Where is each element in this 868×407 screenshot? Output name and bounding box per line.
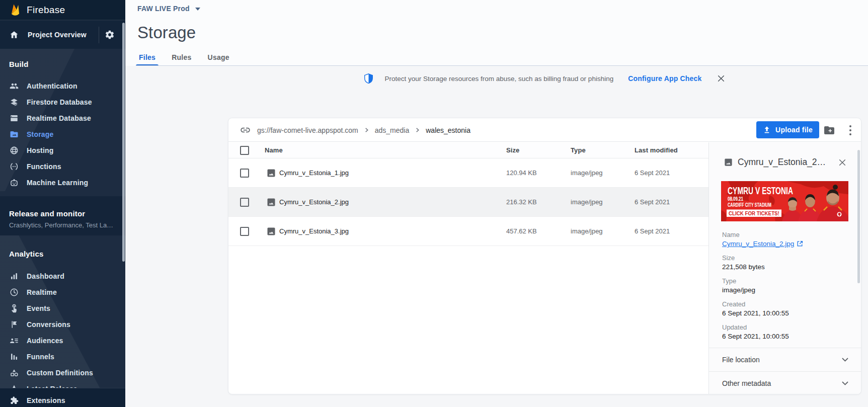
sidebar-item-storage[interactable]: Storage [0, 126, 122, 142]
details-scrollbar[interactable] [857, 150, 860, 283]
link-icon [240, 125, 251, 135]
file-type: image/jpeg [571, 158, 603, 188]
sidebar-item-extensions[interactable]: Extensions [0, 388, 125, 407]
home-icon [10, 30, 19, 39]
funnel-bars-icon [10, 352, 19, 361]
breadcrumb-folder[interactable]: ads_media [375, 126, 410, 134]
puzzle-icon [10, 396, 19, 405]
page-header: FAW LIVE Prod Storage Files Rules Usage [125, 0, 868, 66]
file-type: image/jpeg [571, 188, 603, 217]
expander-file-location[interactable]: File location [709, 348, 861, 371]
sidebar-item-realtime[interactable]: Realtime [0, 284, 122, 300]
people-icon [10, 82, 19, 91]
svg-text:CARDIFF CITY STADIUM: CARDIFF CITY STADIUM [728, 202, 771, 208]
breadcrumb: gs://faw-comet-live.appspot.com ads_medi… [257, 118, 470, 142]
file-size: 457.62 KB [506, 217, 537, 246]
section-title-build: Build [9, 59, 29, 69]
file-name-link[interactable]: Cymru_v_Estonia_2.jpg [722, 240, 794, 248]
caret-down-icon [195, 8, 200, 11]
flag-icon [10, 320, 19, 329]
configure-app-check-link[interactable]: Configure App Check [628, 74, 701, 83]
table-row[interactable]: Cymru_v_Estonia_1.jpg 120.94 KB image/jp… [228, 158, 708, 188]
sidebar-item-functions[interactable]: Functions [0, 158, 122, 175]
field-size: Size 221,508 bytes [722, 254, 853, 271]
sidebar-item-label: Functions [27, 162, 61, 171]
file-name: Cymru_v_Estonia_1.jpg [279, 158, 349, 188]
image-icon [266, 226, 276, 236]
sidebar-item-label: Machine Learning [27, 179, 88, 187]
row-checkbox[interactable] [240, 169, 249, 178]
bar-chart-icon [10, 272, 19, 281]
file-list: Name Size Type Last modified Cymru_v_Est… [228, 142, 709, 394]
upload-file-button[interactable]: Upload file [756, 121, 819, 138]
firestore-icon [10, 98, 19, 107]
sidebar-item-funnels[interactable]: Funnels [0, 349, 122, 365]
sidebar-item-label: Storage [27, 130, 54, 138]
column-header-name[interactable]: Name [265, 142, 283, 158]
tab-usage[interactable]: Usage [205, 48, 232, 66]
tab-files[interactable]: Files [136, 48, 159, 66]
project-selector[interactable]: FAW LIVE Prod [137, 5, 200, 13]
file-name: Cymru_v_Estonia_3.jpg [279, 217, 349, 246]
sidebar-item-events[interactable]: Events [0, 300, 122, 316]
row-checkbox[interactable] [240, 227, 249, 236]
project-overview-row[interactable]: Project Overview [0, 21, 125, 49]
column-header-size[interactable]: Size [506, 142, 519, 158]
sidebar-item-authentication[interactable]: Authentication [0, 78, 122, 94]
sidebar-item-dashboard[interactable]: Dashboard [0, 268, 122, 284]
field-name: Name Cymru_v_Estonia_2.jpg [722, 231, 853, 248]
column-header-modified[interactable]: Last modified [635, 142, 678, 158]
select-all-checkbox[interactable] [240, 146, 249, 155]
sidebar-item-machine-learning[interactable]: Machine Learning [0, 175, 122, 191]
sidebar-item-firestore-database[interactable]: Firestore Database [0, 94, 122, 110]
breadcrumb-bucket[interactable]: gs://faw-comet-live.appspot.com [257, 126, 358, 134]
sidebar-item-label: Audiences [27, 337, 63, 345]
sidebar-scrollbar[interactable] [122, 23, 125, 262]
file-modified: 6 Sept 2021 [635, 217, 670, 246]
file-preview-image[interactable]: CYMRU V ESTONIA 08.09.21 CARDIFF CITY ST… [721, 181, 848, 221]
app-check-banner: Protect your Storage resources from abus… [228, 70, 861, 87]
svg-text:08.09.21: 08.09.21 [728, 196, 743, 201]
section-release-and-monitor[interactable]: Release and monitor Crashlytics, Perform… [0, 196, 125, 235]
firebase-brand[interactable]: Firebase [0, 0, 125, 20]
shapes-icon [10, 368, 19, 377]
sidebar-item-conversions[interactable]: Conversions [0, 316, 122, 333]
expander-other-metadata[interactable]: Other metadata [709, 371, 861, 395]
chevron-down-icon [842, 358, 848, 362]
row-checkbox[interactable] [240, 198, 249, 207]
field-type: Type image/jpeg [722, 277, 853, 294]
table-row[interactable]: Cymru_v_Estonia_3.jpg 457.62 KB image/jp… [228, 217, 708, 246]
robot-icon [10, 178, 19, 187]
file-size: 216.32 KB [506, 188, 537, 217]
column-header-type[interactable]: Type [571, 142, 586, 158]
shield-icon [364, 73, 373, 84]
main-area: FAW LIVE Prod Storage Files Rules Usage … [125, 0, 868, 407]
table-row-selected[interactable]: Cymru_v_Estonia_2.jpg 216.32 KB image/jp… [228, 188, 708, 217]
file-type: image/jpeg [571, 217, 603, 246]
table-header-row: Name Size Type Last modified [228, 142, 708, 158]
sidebar-item-hosting[interactable]: Hosting [0, 142, 122, 158]
create-folder-icon[interactable] [823, 124, 835, 136]
gear-icon[interactable] [105, 30, 115, 40]
dots-vertical-icon[interactable] [846, 124, 854, 137]
brand-label: Firebase [27, 5, 65, 16]
sidebar-item-realtime-database[interactable]: Realtime Database [0, 110, 122, 126]
close-icon[interactable] [717, 74, 725, 83]
field-updated: Updated 6 Sept 2021, 10:00:55 [722, 323, 853, 340]
sidebar-item-audiences[interactable]: Audiences [0, 333, 122, 349]
section-subtitle-release: Crashlytics, Performance, Test La… [9, 221, 113, 229]
project-name: FAW LIVE Prod [137, 5, 190, 13]
database-icon [10, 114, 19, 123]
globe-icon [10, 146, 19, 155]
close-icon[interactable] [838, 158, 846, 167]
tab-bar: Files Rules Usage [136, 48, 243, 66]
breadcrumb-current-folder: wales_estonia [426, 126, 470, 134]
details-fields: Name Cymru_v_Estonia_2.jpg Size 221,508 … [722, 231, 853, 347]
file-name: Cymru_v_Estonia_2.jpg [279, 188, 349, 217]
chevron-down-icon [842, 381, 848, 385]
person-list-icon [10, 336, 19, 345]
file-size: 120.94 KB [506, 158, 537, 188]
sidebar-item-custom-definitions[interactable]: Custom Definitions [0, 365, 122, 381]
sidebar-item-label: Firestore Database [27, 98, 92, 106]
tab-rules[interactable]: Rules [169, 48, 194, 66]
